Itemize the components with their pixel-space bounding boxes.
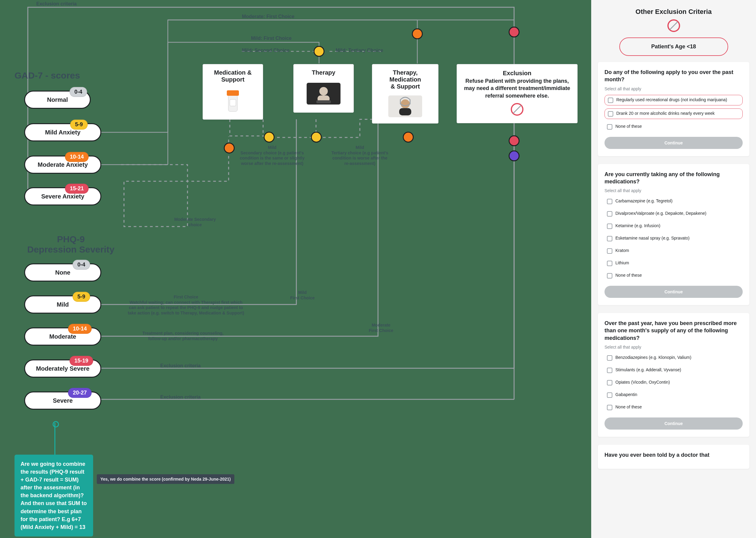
edge-label-exclusion2: Exclusion criteria bbox=[160, 395, 201, 400]
phq9-badge-severe: 20-27 bbox=[68, 388, 92, 398]
checkbox-icon bbox=[607, 355, 612, 361]
card-exclusion[interactable]: Exclusion Refuse Patient with providing … bbox=[457, 64, 578, 123]
edge-label-mild-tertiary: Mild: Tertiary Choice bbox=[336, 48, 383, 53]
diagram-canvas: Exclusion criteria Moderate: First Choic… bbox=[0, 0, 591, 538]
dot-exclusion-mid bbox=[509, 135, 520, 146]
checkbox-option[interactable]: Carbamazepine (e.g. Tegretol) bbox=[604, 197, 743, 206]
checkbox-icon bbox=[607, 224, 612, 229]
question-text: Do any of the following apply to you ove… bbox=[604, 69, 743, 83]
edge-label-exclusion1: Exclusion criteria bbox=[160, 363, 201, 368]
checkbox-icon bbox=[608, 98, 613, 103]
question-card-1: Do any of the following apply to you ove… bbox=[598, 62, 749, 156]
checkbox-option[interactable]: Esketamine nasal spray (e.g. Spravato) bbox=[604, 234, 743, 243]
checkbox-icon bbox=[607, 392, 612, 398]
checkbox-icon bbox=[607, 405, 612, 410]
continue-button[interactable]: Continue bbox=[604, 417, 743, 430]
continue-button[interactable]: Continue bbox=[604, 286, 743, 298]
checkbox-option[interactable]: Benzodiazepines (e.g. Klonopin, Valium) bbox=[604, 353, 743, 362]
comment-pointer bbox=[54, 423, 55, 455]
checkbox-option[interactable]: Stimulants (e.g. Adderall, Vyvanse) bbox=[604, 365, 743, 375]
phq9-badge-mild: 5-9 bbox=[73, 292, 90, 302]
checkbox-icon bbox=[607, 211, 612, 217]
question-text: Over the past year, have you been prescr… bbox=[604, 320, 743, 342]
edge-note-mild-tertiary: Mild Tertiary choice (e.g patient's cond… bbox=[330, 145, 390, 166]
svg-rect-1 bbox=[227, 90, 239, 96]
question-text: Have you ever been told by a doctor that bbox=[604, 451, 743, 458]
dot-mild-first bbox=[314, 46, 325, 57]
therapist-avatar-icon bbox=[298, 81, 349, 108]
checkbox-option[interactable]: Ketamine (e.g. Infusion) bbox=[604, 221, 743, 231]
svg-rect-2 bbox=[230, 99, 236, 106]
edge-label-moderate-first: Moderate: First Choice bbox=[242, 14, 294, 19]
question-hint: Select all that apply bbox=[604, 345, 743, 350]
form-title: Other Exclusion Criteria bbox=[598, 8, 749, 16]
edge-note-moderate-secondary: Moderate Secondary choice bbox=[169, 217, 221, 228]
edge-note-phq-mild-first: Mild First Choice bbox=[284, 290, 321, 300]
comment-note[interactable]: Are we going to combine the results (PHQ… bbox=[15, 455, 93, 536]
age-pill[interactable]: Patient's Age <18 bbox=[619, 37, 728, 56]
gad7-badge-severe: 15-21 bbox=[65, 184, 89, 193]
phq9-title: PHQ-9 Depression Severity bbox=[27, 234, 114, 255]
checkbox-option[interactable]: Gabapentin bbox=[604, 390, 743, 400]
question-card-2: Are you currently taking any of the foll… bbox=[598, 164, 749, 305]
dot-exclusion-purple bbox=[509, 150, 520, 161]
checkbox-option[interactable]: None of these bbox=[604, 403, 743, 412]
svg-line-11 bbox=[513, 105, 521, 113]
checkbox-icon bbox=[607, 368, 612, 373]
card-therapy[interactable]: Therapy bbox=[293, 64, 354, 113]
gad7-title: GAD-7 - scores bbox=[15, 70, 80, 81]
question-text: Are you currently taking any of the foll… bbox=[604, 171, 743, 186]
dot-moderate-top bbox=[412, 28, 423, 39]
card-therapy-medication[interactable]: Therapy, Medication& Support bbox=[372, 64, 438, 124]
phq9-badge-moderate: 10-14 bbox=[68, 324, 92, 334]
dot-exclusion-top bbox=[509, 27, 520, 37]
checkbox-option[interactable]: Regularly used recreational drugs (not i… bbox=[604, 95, 743, 105]
question-hint: Select all that apply bbox=[604, 86, 743, 91]
question-card-4: Have you ever been told by a doctor that bbox=[598, 445, 749, 469]
edge-note-phq-mild-plan: First Choice Watchful waiting; can conne… bbox=[125, 295, 246, 316]
comment-reply[interactable]: Yes, we do combine the score (confirmed … bbox=[97, 474, 234, 484]
gad7-node-severe[interactable]: Severe Anxiety bbox=[24, 187, 101, 205]
checkbox-option[interactable]: Kratom bbox=[604, 246, 743, 255]
exclusion-form-panel: Other Exclusion Criteria Patient's Age <… bbox=[591, 0, 756, 538]
no-entry-icon bbox=[510, 102, 524, 116]
checkbox-option[interactable]: Drank 20 or more alcoholic drinks nearly… bbox=[604, 108, 743, 119]
checkbox-icon bbox=[607, 261, 612, 266]
edge-label-exclusion-top: Exclusion criteria bbox=[36, 1, 77, 7]
gad7-badge-normal: 0-4 bbox=[70, 87, 87, 97]
edge-note-phq-moderate-plan: Treatment plan, considering counseling, … bbox=[138, 331, 228, 341]
no-entry-icon bbox=[598, 19, 749, 32]
checkbox-option[interactable]: Opiates (Vicodin, OxyContin) bbox=[604, 378, 743, 387]
gad7-badge-moderate: 10-14 bbox=[65, 152, 89, 162]
pill-bottle-icon bbox=[208, 87, 258, 115]
checkbox-option[interactable]: Divalproex/Valproate (e.g. Depakote, Dep… bbox=[604, 209, 743, 218]
checkbox-option[interactable]: Lithium bbox=[604, 259, 743, 268]
checkbox-icon bbox=[607, 199, 612, 204]
edge-label-mild-second: Mild: Second Choice bbox=[242, 48, 289, 53]
checkbox-icon bbox=[607, 248, 612, 254]
checkbox-icon bbox=[607, 273, 612, 279]
svg-point-8 bbox=[401, 99, 410, 108]
svg-rect-9 bbox=[399, 108, 411, 115]
dot-therapy-right bbox=[311, 132, 322, 142]
checkbox-option[interactable]: None of these bbox=[604, 271, 743, 280]
patient-avatar-icon bbox=[377, 94, 433, 118]
edge-note-phq-moderate-first: Moderate First Choice bbox=[358, 323, 404, 333]
card-medication[interactable]: Medication &Support bbox=[203, 64, 263, 120]
dot-therapy-left bbox=[264, 132, 275, 142]
edge-label-mild-first: Mild: First Choice bbox=[251, 36, 291, 41]
gad7-node-moderate[interactable]: Moderate Anxiety bbox=[24, 156, 101, 174]
svg-rect-6 bbox=[316, 100, 331, 103]
edge-note-mild-secondary: Mild Secondary choice (e.g patient's con… bbox=[239, 145, 305, 166]
dot-both-loop bbox=[403, 132, 414, 142]
gad7-node-mild[interactable]: Mild Anxiety bbox=[24, 123, 101, 141]
continue-button[interactable]: Continue bbox=[604, 137, 743, 149]
checkbox-icon bbox=[607, 236, 612, 242]
checkbox-icon bbox=[608, 111, 613, 117]
question-card-3: Over the past year, have you been prescr… bbox=[598, 313, 749, 437]
checkbox-option[interactable]: None of these bbox=[604, 122, 743, 132]
svg-point-4 bbox=[319, 87, 328, 95]
svg-line-13 bbox=[670, 22, 678, 29]
gad7-badge-mild: 5-9 bbox=[70, 120, 88, 130]
checkbox-icon bbox=[607, 380, 612, 386]
